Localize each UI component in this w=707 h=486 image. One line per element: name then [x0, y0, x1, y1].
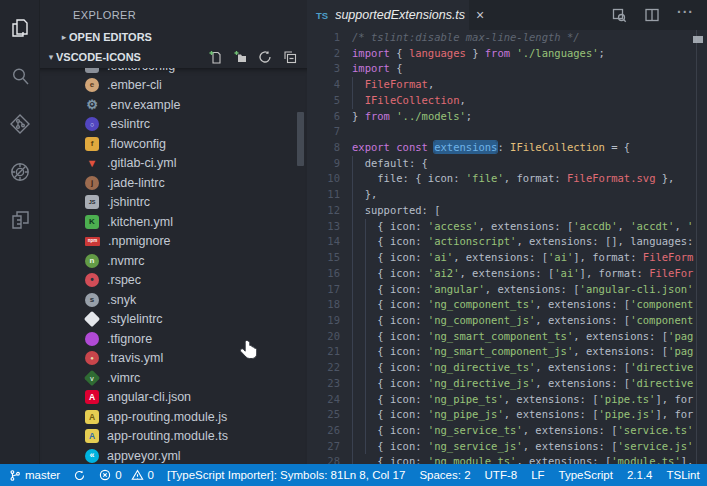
explorer-sidebar: EXPLORER ▸ OPEN EDITORS ▾ VSCODE-ICONS — [40, 0, 307, 464]
flow-icon: f — [85, 137, 99, 151]
tab-supported-extensions[interactable]: TS supportedExtensions.ts × — [307, 0, 469, 30]
sync-status[interactable] — [73, 469, 86, 482]
line-content: IFileCollection, — [340, 93, 466, 109]
file-row[interactable]: j.jade-lintrc — [40, 173, 307, 193]
line-number: 19 — [307, 313, 340, 329]
indent-guide — [352, 77, 353, 109]
snyk-icon: s — [85, 293, 99, 307]
code-line[interactable]: 24 { icon: 'ng_pipe_ts', extensions: ['p… — [307, 392, 707, 408]
file-row[interactable]: Aangular-cli.json — [40, 388, 307, 408]
file-row[interactable]: ⚙.env.example — [40, 95, 307, 115]
sidebar-scrollbar[interactable] — [297, 112, 304, 166]
line-number: 7 — [307, 124, 340, 140]
line-content: import { — [340, 61, 403, 77]
code-line[interactable]: 10 file: { icon: 'file', format: FileFor… — [307, 171, 707, 187]
cursor-position[interactable]: Ln 8, Col 17 — [343, 469, 405, 481]
activity-explorer[interactable] — [0, 4, 40, 52]
line-number: 5 — [307, 93, 340, 109]
file-row[interactable]: «appveyor.yml — [40, 446, 307, 464]
section-folder-root[interactable]: ▾ VSCODE-ICONS — [40, 46, 307, 68]
activity-debug[interactable] — [0, 148, 40, 196]
file-row[interactable]: .stylelintrc — [40, 310, 307, 330]
code-line[interactable]: 12 supported: [ — [307, 203, 707, 219]
file-row[interactable]: V.vimrc — [40, 368, 307, 388]
code-line[interactable]: 26 { icon: 'ng_service_ts', extensions: … — [307, 423, 707, 439]
file-row[interactable]: e.ember-cli — [40, 76, 307, 96]
line-content: default: { — [340, 156, 428, 172]
ts-importer-status[interactable]: [TypeScript Importer]: Symbols: 81 — [167, 469, 343, 481]
split-editor-icon[interactable] — [644, 7, 660, 23]
language-mode[interactable]: TypeScript — [559, 469, 613, 481]
git-branch-status[interactable]: master — [9, 469, 60, 482]
code-line[interactable]: 5 IFileCollection, — [307, 93, 707, 109]
file-name: .env.example — [107, 98, 180, 112]
code-line[interactable]: 18 { icon: 'ng_component_ts', extensions… — [307, 297, 707, 313]
file-row[interactable]: f.flowconfig — [40, 134, 307, 154]
open-preview-icon[interactable] — [611, 7, 627, 23]
file-row[interactable]: ●.travis.yml — [40, 349, 307, 369]
code-line[interactable]: 28 { icon: 'ng_module_ts', extensions: [… — [307, 454, 707, 464]
code-line[interactable]: 22 { icon: 'ng_directive_ts', extensions… — [307, 360, 707, 376]
code-line[interactable]: 17 { icon: 'angular', extensions: ['angu… — [307, 282, 707, 298]
chevron-down-icon: ▾ — [46, 52, 56, 62]
file-row[interactable]: n.nvmrc — [40, 251, 307, 271]
encoding[interactable]: UTF-8 — [485, 469, 518, 481]
eol[interactable]: LF — [531, 469, 544, 481]
code-line[interactable]: 23 { icon: 'ng_directive_js', extensions… — [307, 376, 707, 392]
code-line[interactable]: 13 { icon: 'access', extensions: ['accdb… — [307, 219, 707, 235]
file-row[interactable]: K.kitchen.yml — [40, 212, 307, 232]
code-line[interactable]: 2import { languages } from './languages'… — [307, 46, 707, 62]
code-line[interactable]: 20 { icon: 'ng_smart_component_ts', exte… — [307, 329, 707, 345]
code-line[interactable]: 8export const extensions: IFileCollectio… — [307, 140, 707, 156]
line-content: { icon: 'ng_service_js', extensions: ['s… — [340, 439, 693, 455]
new-folder-icon[interactable] — [232, 49, 248, 65]
code-line[interactable]: 21 { icon: 'ng_smart_component_js', exte… — [307, 344, 707, 360]
code-line[interactable]: 3import { — [307, 61, 707, 77]
indentation[interactable]: Spaces: 2 — [419, 469, 470, 481]
line-content: { icon: 'ng_smart_component_ts', extensi… — [340, 329, 693, 345]
collapse-all-icon[interactable] — [282, 49, 298, 65]
code-line[interactable]: 25 { icon: 'ng_pipe_js', extensions: ['p… — [307, 407, 707, 423]
typescript-file-icon: TS — [316, 10, 328, 21]
file-row[interactable]: s.snyk — [40, 290, 307, 310]
file-name: .jade-lintrc — [107, 176, 165, 190]
code-line[interactable]: 7 — [307, 124, 707, 140]
problems-status[interactable]: 0 0 — [99, 469, 154, 481]
file-row[interactable]: Aapp-routing.module.js — [40, 407, 307, 427]
activity-search[interactable] — [0, 52, 40, 100]
file-row[interactable]: JS.jshintrc — [40, 193, 307, 213]
file-row[interactable]: .editorconfig — [40, 68, 307, 76]
code-line[interactable]: 4 FileFormat, — [307, 77, 707, 93]
line-number: 23 — [307, 376, 340, 392]
line-number: 27 — [307, 439, 340, 455]
code-line[interactable]: 15 { icon: 'ai', extensions: ['ai'], for… — [307, 250, 707, 266]
code-line[interactable]: 14 { icon: 'actionscript', extensions: [… — [307, 234, 707, 250]
more-actions-icon[interactable]: ··· — [677, 12, 694, 18]
code-line[interactable]: 19 { icon: 'ng_component_js', extensions… — [307, 313, 707, 329]
activity-source-control[interactable] — [0, 100, 40, 148]
line-content: { icon: 'ng_module_ts', extensions: ['mo… — [340, 454, 693, 464]
file-row[interactable]: •.rspec — [40, 271, 307, 291]
file-row[interactable]: ○.eslintrc — [40, 115, 307, 135]
line-number: 16 — [307, 266, 340, 282]
tslint-status[interactable]: TSLint — [666, 469, 699, 481]
file-row[interactable]: Aapp-routing.module.ts — [40, 427, 307, 447]
scrollbar-track[interactable] — [696, 30, 697, 464]
travis-icon: ● — [85, 351, 99, 365]
file-row[interactable]: .tfignore — [40, 329, 307, 349]
code-line[interactable]: 9 default: { — [307, 156, 707, 172]
file-row[interactable]: ▼.gitlab-ci.yml — [40, 154, 307, 174]
code-line[interactable]: 27 { icon: 'ng_service_js', extensions: … — [307, 439, 707, 455]
activity-extensions[interactable] — [0, 196, 40, 244]
close-icon[interactable]: × — [476, 8, 484, 22]
refresh-icon[interactable] — [257, 49, 273, 65]
file-row[interactable]: npm.npmignore — [40, 232, 307, 252]
new-file-icon[interactable] — [207, 49, 223, 65]
section-open-editors[interactable]: ▸ OPEN EDITORS — [40, 27, 307, 46]
debug-icon — [8, 160, 32, 184]
ts-version[interactable]: 2.1.4 — [627, 469, 653, 481]
code-line[interactable]: 1/* tslint:disable max-line-length */ — [307, 30, 707, 46]
code-line[interactable]: 6} from '../models'; — [307, 109, 707, 125]
code-line[interactable]: 11 }, — [307, 187, 707, 203]
code-line[interactable]: 16 { icon: 'ai2', extensions: ['ai'], fo… — [307, 266, 707, 282]
